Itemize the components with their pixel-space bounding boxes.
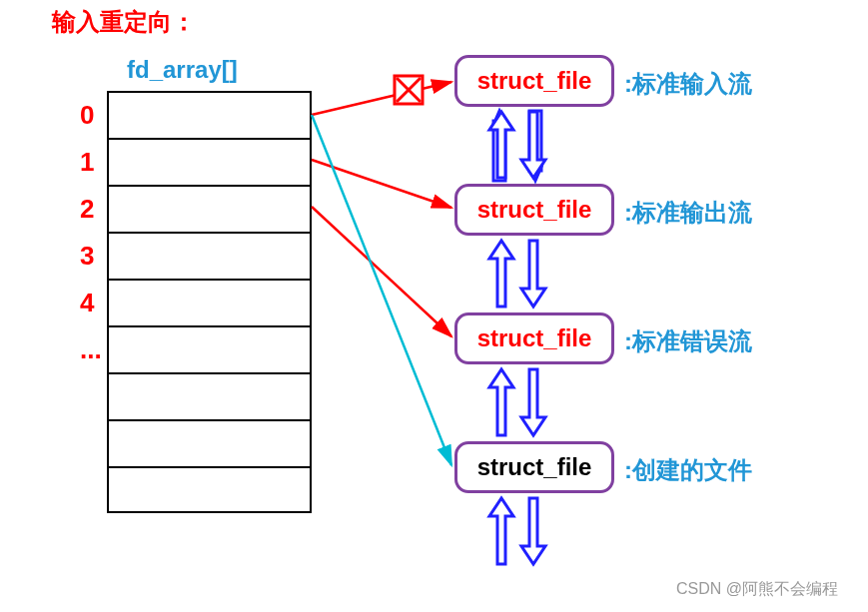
arrows-svg [0, 0, 868, 612]
arrow-fd2-stderr [312, 207, 451, 336]
arrow-fd0-redirect [312, 115, 451, 465]
diagram-canvas: 输入重定向： fd_array[] 0 1 2 3 4 ... struct_f… [0, 0, 868, 612]
cross-out-icon [395, 76, 423, 104]
arrow-fd0-stdin [312, 82, 451, 115]
watermark: CSDN @阿熊不会编程 [676, 579, 838, 600]
